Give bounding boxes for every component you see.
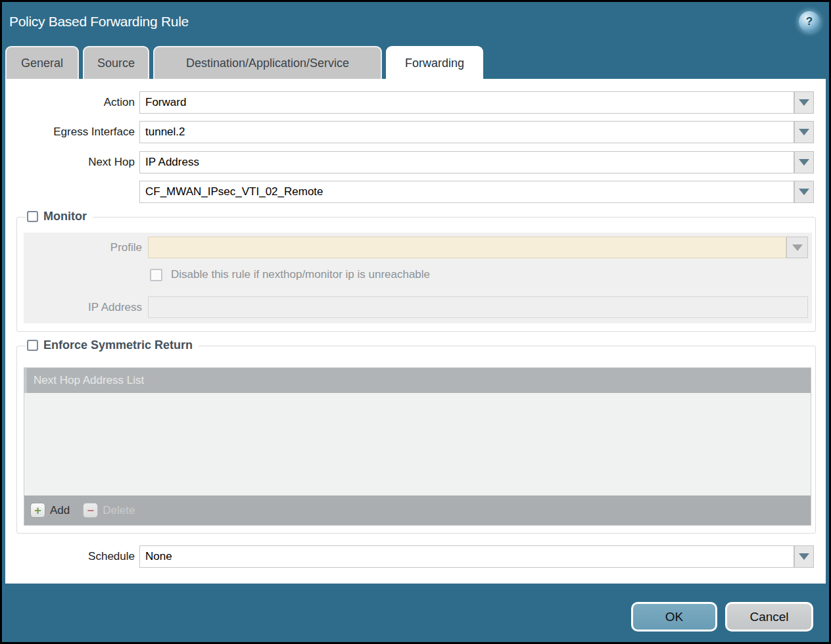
profile-label: Profile <box>24 237 142 258</box>
monitor-ip-address-label: IP Address <box>24 296 142 318</box>
enforce-symmetric-return-section: Enforce Symmetric Return Next Hop Addres… <box>16 346 816 534</box>
cancel-button[interactable]: Cancel <box>725 602 813 632</box>
profile-combo-input <box>148 237 786 258</box>
tab-label: General <box>21 57 63 70</box>
next-hop-type-dropdown-button[interactable] <box>794 151 814 173</box>
screen-frame: Policy Based Forwarding Rule ? General S… <box>0 0 831 644</box>
tab-bar: General Source Destination/Application/S… <box>5 46 483 79</box>
forwarding-tab-panel: Action Egress Interface Next Hop <box>5 79 826 584</box>
next-hop-address-list-body[interactable] <box>24 393 811 495</box>
dialog-title: Policy Based Forwarding Rule <box>9 14 189 30</box>
tab-destination-application-service[interactable]: Destination/Application/Service <box>153 46 382 79</box>
enforce-legend: Enforce Symmetric Return <box>26 338 199 352</box>
monitor-title: Monitor <box>43 210 87 223</box>
schedule-combo-input[interactable] <box>139 545 794 568</box>
egress-interface-label: Egress Interface <box>5 121 135 143</box>
delete-button: − Delete <box>83 503 135 518</box>
tab-label: Forwarding <box>405 57 464 70</box>
next-hop-label: Next Hop <box>5 151 135 173</box>
delete-button-label: Delete <box>103 504 135 517</box>
question-mark-glyph: ? <box>806 15 813 28</box>
next-hop-address-combo-input[interactable] <box>139 181 794 203</box>
next-hop-address-list-header: Next Hop Address List <box>24 368 811 393</box>
monitor-section: Monitor Profile Disable this rule if nex… <box>16 217 816 332</box>
profile-dropdown-button <box>786 237 808 258</box>
next-hop-address-table: Next Hop Address List + Add − Delete <box>24 367 811 526</box>
chevron-down-icon <box>799 129 809 135</box>
schedule-label: Schedule <box>5 545 135 568</box>
monitor-checkbox[interactable] <box>27 211 38 222</box>
tab-general[interactable]: General <box>5 46 79 79</box>
delete-icon: − <box>83 503 98 518</box>
next-hop-address-dropdown-button[interactable] <box>794 181 814 203</box>
action-label: Action <box>5 91 135 114</box>
tab-label: Destination/Application/Service <box>186 57 349 70</box>
ok-button[interactable]: OK <box>631 602 717 632</box>
chevron-down-icon <box>799 189 809 195</box>
next-hop-type-combo-input[interactable] <box>139 151 794 173</box>
egress-interface-dropdown-button[interactable] <box>794 121 814 143</box>
add-icon: + <box>30 503 45 518</box>
schedule-dropdown-button[interactable] <box>794 545 814 568</box>
egress-interface-combo-input[interactable] <box>139 121 794 143</box>
chevron-down-icon <box>792 244 803 251</box>
add-button-label: Add <box>50 504 70 517</box>
chevron-down-icon <box>799 553 809 560</box>
table-toolbar: + Add − Delete <box>24 495 811 525</box>
tab-forwarding[interactable]: Forwarding <box>386 46 483 79</box>
tab-source[interactable]: Source <box>83 46 149 79</box>
add-button[interactable]: + Add <box>30 503 70 518</box>
disable-rule-label: Disable this rule if nexthop/monitor ip … <box>171 268 430 281</box>
monitor-disabled-panel: Profile Disable this rule if nexthop/mon… <box>24 233 812 323</box>
action-combo-input[interactable] <box>139 91 794 114</box>
chevron-down-icon <box>799 99 809 106</box>
tab-label: Source <box>97 57 135 70</box>
pbf-rule-dialog: Policy Based Forwarding Rule ? General S… <box>2 2 829 642</box>
chevron-down-icon <box>799 159 809 166</box>
monitor-ip-address-input <box>148 296 808 318</box>
enforce-symmetric-return-title: Enforce Symmetric Return <box>43 338 193 352</box>
monitor-legend: Monitor <box>26 210 93 223</box>
action-dropdown-button[interactable] <box>794 91 814 114</box>
help-icon[interactable]: ? <box>799 11 820 32</box>
enforce-symmetric-return-checkbox[interactable] <box>27 340 38 351</box>
disable-rule-checkbox <box>150 269 162 281</box>
